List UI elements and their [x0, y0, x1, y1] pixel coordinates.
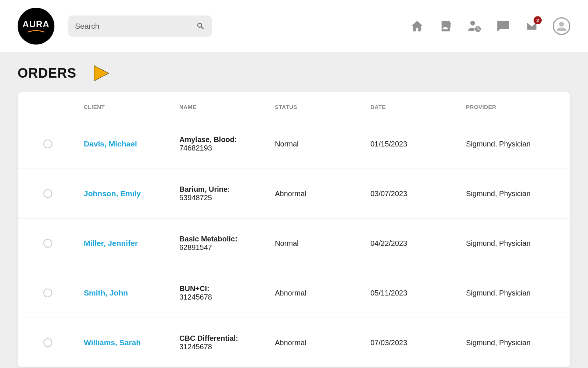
client-link[interactable]: Johnson, Emily — [84, 189, 141, 198]
orders-card: CLIENT NAME STATUS DATE PROVIDER Davis, … — [18, 92, 570, 367]
test-id: 62891547 — [179, 243, 268, 252]
person-clock-icon — [467, 19, 482, 33]
svg-marker-3 — [94, 66, 109, 81]
nav-mail[interactable]: 2 — [524, 18, 539, 34]
row-radio[interactable] — [43, 139, 52, 148]
table-row[interactable]: Miller, Jennifer Basic Metabolic: 628915… — [18, 219, 570, 268]
table-row[interactable]: Davis, Michael Amylase, Blood: 74682193 … — [18, 119, 570, 169]
test-name: BUN+CI: — [179, 284, 268, 293]
test-id: 53948725 — [179, 194, 268, 202]
client-link[interactable]: Miller, Jennifer — [84, 239, 138, 247]
date-cell: 04/22/2023 — [367, 219, 462, 268]
client-link[interactable]: Davis, Michael — [84, 139, 137, 148]
address-book-icon — [440, 19, 452, 33]
row-radio[interactable] — [43, 189, 52, 198]
home-icon — [409, 19, 425, 33]
date-cell: 05/11/2023 — [367, 268, 462, 318]
brand-swoosh-icon — [28, 30, 44, 33]
title-row: ORDERS — [18, 64, 570, 82]
nav-profile[interactable] — [553, 17, 570, 35]
status-cell: Normal — [271, 219, 367, 268]
table-row[interactable]: Johnson, Emily Barium, Urine: 53948725 A… — [18, 169, 570, 219]
row-radio[interactable] — [43, 338, 52, 347]
search-box[interactable] — [68, 15, 212, 37]
search-icon[interactable] — [196, 22, 205, 31]
status-cell: Abnormal — [271, 268, 367, 318]
client-link[interactable]: Williams, Sarah — [84, 338, 141, 347]
provider-cell: Sigmund, Physician — [462, 219, 570, 268]
date-cell: 01/15/2023 — [367, 119, 462, 169]
test-id: 31245678 — [179, 343, 268, 351]
play-icon — [92, 64, 110, 82]
search-input[interactable] — [75, 22, 196, 31]
status-cell: Abnormal — [271, 169, 367, 219]
test-name: Amylase, Blood: — [179, 135, 268, 144]
svg-point-0 — [470, 21, 475, 26]
avatar-icon — [556, 20, 567, 32]
col-name[interactable]: NAME — [176, 92, 271, 119]
play-button[interactable] — [92, 64, 110, 82]
row-radio[interactable] — [43, 239, 52, 248]
date-cell: 03/07/2023 — [367, 169, 462, 219]
provider-cell: Sigmund, Physician — [462, 169, 570, 219]
date-cell: 07/03/2023 — [367, 318, 462, 368]
provider-cell: Sigmund, Physician — [462, 119, 570, 169]
status-cell: Normal — [271, 119, 367, 169]
col-client[interactable]: CLIENT — [80, 92, 176, 119]
nav-icons: 2 — [409, 17, 570, 35]
svg-point-2 — [559, 22, 564, 26]
test-name: Barium, Urine: — [179, 185, 268, 194]
test-name: Basic Metabolic: — [179, 235, 268, 243]
nav-contacts[interactable] — [438, 18, 453, 34]
orders-table: CLIENT NAME STATUS DATE PROVIDER Davis, … — [18, 92, 570, 367]
page-title: ORDERS — [18, 66, 76, 81]
col-status[interactable]: STATUS — [271, 92, 367, 119]
table-row[interactable]: Williams, Sarah CBC Differential: 312456… — [18, 318, 570, 368]
brand-logo[interactable]: AURA — [18, 8, 54, 45]
row-radio[interactable] — [43, 289, 52, 297]
nav-user-clock[interactable] — [467, 18, 482, 34]
test-id: 74682193 — [179, 144, 268, 152]
chat-icon — [496, 19, 510, 33]
topbar: AURA 2 — [0, 0, 588, 52]
mail-badge: 2 — [534, 16, 542, 24]
nav-home[interactable] — [409, 18, 425, 34]
provider-cell: Sigmund, Physician — [462, 268, 570, 318]
brand-text: AURA — [22, 19, 49, 29]
col-date[interactable]: DATE — [367, 92, 462, 119]
col-provider[interactable]: PROVIDER — [462, 92, 570, 119]
nav-chat[interactable] — [495, 18, 511, 34]
test-id: 31245678 — [179, 293, 268, 301]
client-link[interactable]: Smith, John — [84, 289, 128, 297]
table-header-row: CLIENT NAME STATUS DATE PROVIDER — [18, 92, 570, 119]
provider-cell: Sigmund, Physician — [462, 318, 570, 368]
test-name: CBC Differential: — [179, 334, 268, 343]
status-cell: Abnormal — [271, 318, 367, 368]
table-row[interactable]: Smith, John BUN+CI: 31245678 Abnormal 05… — [18, 268, 570, 318]
page-body: ORDERS CLIENT NAME STATUS DATE PROVIDER — [0, 52, 588, 367]
